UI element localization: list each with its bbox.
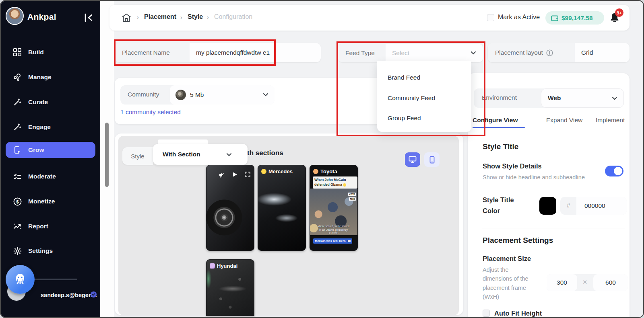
sidebar-item-label: Build xyxy=(28,49,44,56)
community-label: Community xyxy=(128,91,159,98)
sidebar-item-label: Curate xyxy=(28,98,48,106)
mobile-view-button[interactable] xyxy=(424,152,440,167)
monetize-dollar-icon: $ xyxy=(13,197,22,206)
panel-divider xyxy=(482,228,625,228)
height-input[interactable]: 600 xyxy=(593,274,628,291)
width-value: 300 xyxy=(557,279,567,286)
video-card-title: Mercedes xyxy=(268,168,293,174)
placement-name-input[interactable]: my placemendqffdwdtw e1 xyxy=(190,43,321,62)
octopus-chat-button[interactable] xyxy=(6,265,35,294)
sidebar-item-settings[interactable]: Settings xyxy=(6,243,95,259)
app-window: Ankpal Build Manage Curate Engage Grow M… xyxy=(0,0,644,318)
sidebar-item-label: Grow xyxy=(28,146,44,154)
video-card-title: Hyundai xyxy=(217,263,237,269)
engage-wand-icon xyxy=(13,123,22,131)
active-tab-underline xyxy=(473,127,525,128)
auto-fit-height-label: Auto Fit Height xyxy=(494,310,542,317)
video-card-hyundai[interactable]: Hyundai xyxy=(206,259,254,316)
auto-fit-height-checkbox[interactable] xyxy=(483,310,490,317)
tab-configure-view[interactable]: Configure View xyxy=(473,117,518,124)
vertical-scrollbar[interactable] xyxy=(105,123,109,187)
desktop-icon xyxy=(409,156,417,163)
show-style-details-toggle[interactable] xyxy=(605,166,623,176)
sidebar: Ankpal Build Manage Curate Engage Grow M… xyxy=(1,1,100,318)
toggle-knob xyxy=(614,167,622,175)
video-overlay-text: We're scared, we're scared of an Obama p… xyxy=(310,225,357,235)
video-card-title-wrap: Mercedes xyxy=(261,168,293,174)
wallet-balance-pill[interactable]: $99,147.58 xyxy=(545,11,604,25)
highlight-text: McCain was real hero xyxy=(315,239,346,243)
wallet-balance: $99,147.58 xyxy=(561,14,593,22)
info-icon[interactable] xyxy=(546,49,553,56)
video-card-title: Toyota xyxy=(320,168,337,174)
feed-type-select[interactable]: Select xyxy=(386,44,483,62)
video-highlight-caption: McCain was real hero xyxy=(313,238,352,244)
mute-icon[interactable] xyxy=(219,172,225,178)
breadcrumb-separator: › xyxy=(180,14,182,21)
sidebar-item-grow[interactable]: Grow xyxy=(6,142,95,158)
breadcrumb-style[interactable]: Style xyxy=(188,13,203,21)
tab-expand-view[interactable]: Expand View xyxy=(546,117,582,124)
sidebar-item-report[interactable]: Report xyxy=(6,218,95,234)
sidebar-item-engage[interactable]: Engage xyxy=(6,119,95,135)
style-select[interactable]: With Section xyxy=(153,144,248,165)
caption-line: defended Obama xyxy=(314,183,342,187)
sidebar-item-monetize[interactable]: $ Monetize xyxy=(6,193,95,209)
community-avatar xyxy=(175,90,186,100)
placement-size-description: Adjust the dimensions of the placement f… xyxy=(483,265,537,302)
fullscreen-icon[interactable] xyxy=(244,171,251,178)
hex-color-input[interactable]: 000000 xyxy=(576,197,627,215)
community-group: Community 5 Mb xyxy=(120,85,275,105)
sidebar-item-moderate[interactable]: Moderate xyxy=(6,168,95,185)
sidebar-item-curate[interactable]: Curate xyxy=(6,94,95,110)
placement-settings-heading: Placement Settings xyxy=(483,236,553,245)
sidebar-item-manage[interactable]: Manage xyxy=(6,69,95,85)
video-card-porsche[interactable] xyxy=(206,165,254,251)
notification-badge: 9+ xyxy=(615,8,623,17)
build-icon xyxy=(13,48,22,57)
width-input[interactable]: 300 xyxy=(547,274,577,291)
svg-text:$: $ xyxy=(16,199,19,204)
video-badge: THIS xyxy=(349,197,356,201)
overlay-line: of an Obama presidency. xyxy=(310,228,357,232)
sidebar-item-label: Engage xyxy=(28,123,51,131)
video-card-toyota[interactable]: Toyota When John McCain defended Obama V… xyxy=(310,165,358,251)
play-icon[interactable] xyxy=(231,171,238,178)
sidebar-item-label: Moderate xyxy=(28,173,56,180)
user-email[interactable]: sandeep.s@begen... xyxy=(41,292,97,298)
report-trend-icon xyxy=(13,222,22,231)
chevron-down-icon xyxy=(263,93,268,96)
desktop-view-button[interactable] xyxy=(405,152,420,167)
show-style-details-label: Show Style Details xyxy=(483,162,542,170)
sidebar-item-label: Monetize xyxy=(28,198,55,205)
preview-heading-fragment: th sections xyxy=(247,149,283,157)
video-card-mercedes[interactable]: Mercedes xyxy=(258,165,306,251)
placement-layout-value[interactable]: Grid xyxy=(575,43,630,62)
tab-implement[interactable]: Implement xyxy=(596,117,625,124)
settings-gear-icon xyxy=(13,246,22,255)
feed-option-brand[interactable]: Brand Feed xyxy=(388,74,420,81)
sidebar-collapse-icon[interactable] xyxy=(84,13,95,23)
community-select[interactable]: 5 Mb xyxy=(170,85,275,105)
overlay-line: We're scared, we're scared xyxy=(310,225,357,228)
brand-avatar[interactable] xyxy=(6,7,24,25)
sidebar-item-build[interactable]: Build xyxy=(6,44,95,60)
moderate-checklist-icon xyxy=(13,172,22,181)
environment-select[interactable]: Web xyxy=(541,88,624,108)
overlay-line: 9/16/2021 xyxy=(310,232,357,235)
mark-as-active-checkbox[interactable] xyxy=(487,14,494,21)
notification-count: 9+ xyxy=(617,10,622,15)
feed-type-dropdown: Brand Feed Community Feed Group Feed xyxy=(377,61,471,132)
feed-option-community[interactable]: Community Feed xyxy=(388,94,435,102)
community-selected-note[interactable]: 1 community selected xyxy=(120,109,181,116)
placement-name-label: Placement Name xyxy=(115,43,190,62)
caption-line: When John McCain xyxy=(314,178,346,182)
color-swatch[interactable] xyxy=(539,197,556,215)
feed-option-group[interactable]: Group Feed xyxy=(388,115,421,122)
home-icon[interactable] xyxy=(121,12,132,23)
verified-badge-icon xyxy=(90,291,97,298)
feed-type-placeholder: Select xyxy=(392,49,409,57)
sidebar-divider xyxy=(35,279,77,280)
breadcrumb-placement[interactable]: Placement xyxy=(144,13,176,21)
curate-wand-icon xyxy=(13,98,22,107)
